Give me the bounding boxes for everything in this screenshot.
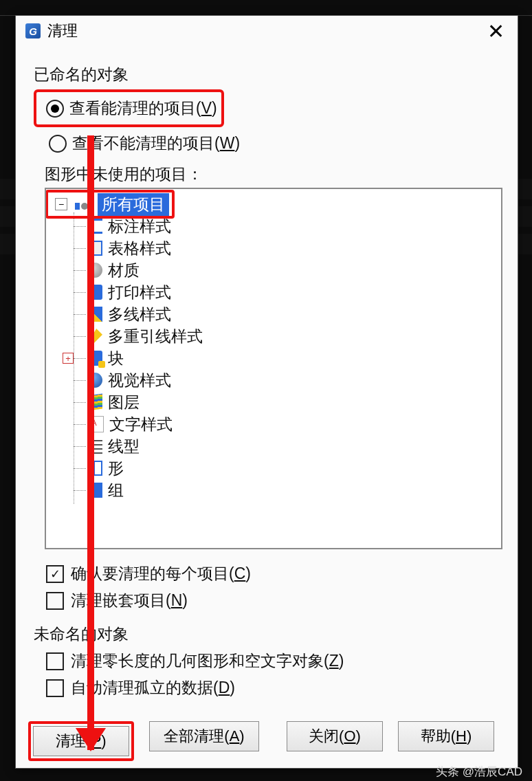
tree-item-label: 线型	[108, 436, 140, 457]
checkbox-confirm-each[interactable]: ✓ 确认要清理的每个项目(C)	[46, 563, 504, 584]
tree-item[interactable]: +块	[87, 347, 501, 369]
tree-view[interactable]: − 所有项目 标注样式表格样式材质打印样式多线样式多重引线样式+块视觉样式图层文…	[45, 188, 502, 549]
tree-root-item[interactable]: 所有项目	[98, 193, 169, 216]
app-logo-icon: G	[25, 23, 41, 38]
tree-item-label: 图层	[108, 392, 140, 413]
collapse-icon[interactable]: −	[55, 198, 67, 210]
tree-item[interactable]: 多重引线样式	[87, 325, 501, 347]
tree-item[interactable]: 线型	[87, 435, 501, 457]
checkbox-icon	[46, 652, 64, 670]
checkbox-label: 确认要清理的每个项目(C)	[71, 563, 251, 584]
close-icon[interactable]: ✕	[483, 19, 508, 43]
checkbox-icon: ✓	[46, 565, 64, 583]
radio-label: 查看不能清理的项目(W)	[72, 133, 240, 154]
radio-view-purgeable[interactable]: 查看能清理的项目(V)	[42, 95, 221, 122]
highlight-radio: 查看能清理的项目(V)	[34, 89, 224, 127]
unnamed-objects-label: 未命名的对象	[34, 624, 504, 645]
checkbox-zero-length[interactable]: 清理零长度的几何图形和空文字对象(Z)	[46, 650, 504, 672]
tree-item[interactable]: 标注样式	[87, 215, 501, 237]
tree-item[interactable]: 形	[87, 457, 501, 479]
checkbox-label: 自动清理孤立的数据(D)	[71, 677, 235, 698]
checkbox-icon	[46, 679, 64, 697]
titlebar: G 清理 ✕	[16, 16, 518, 46]
tree-item[interactable]: 组	[87, 479, 501, 501]
checkbox-nested[interactable]: 清理嵌套项目(N)	[46, 590, 504, 611]
tree-item-label: 多重引线样式	[108, 326, 203, 347]
radio-icon	[49, 135, 67, 153]
dialog-title: 清理	[47, 21, 78, 41]
annotation-arrow	[87, 135, 94, 750]
tree-item-label: 表格样式	[108, 238, 171, 259]
tree-item-label: 形	[108, 458, 124, 479]
tree-item-label: 材质	[108, 260, 140, 281]
tree-item-label: 多线样式	[108, 304, 171, 325]
tree-item[interactable]: 材质	[87, 259, 501, 281]
unused-items-label: 图形中未使用的项目：	[45, 164, 504, 185]
tree-item[interactable]: 表格样式	[87, 237, 501, 259]
checkbox-label: 清理零长度的几何图形和空文字对象(Z)	[71, 650, 344, 672]
radio-view-not-purgeable[interactable]: 查看不能清理的项目(W)	[45, 130, 504, 157]
highlight-root: − 所有项目	[45, 190, 175, 219]
expand-icon[interactable]: +	[63, 353, 74, 364]
tree-item-label: 打印样式	[108, 282, 171, 303]
tree-item[interactable]: 图层	[87, 391, 501, 413]
close-button[interactable]: 关闭(O)	[287, 721, 383, 751]
svg-rect-0	[75, 203, 80, 210]
watermark: 头条 @浩辰CAD	[436, 764, 522, 780]
tree-item-label: 组	[108, 480, 124, 501]
tree-item[interactable]: 多线样式	[87, 303, 501, 325]
radio-label: 查看能清理的项目(V)	[69, 98, 217, 119]
tree-item-label: 块	[108, 348, 124, 369]
named-objects-label: 已命名的对象	[34, 64, 504, 85]
radio-icon	[46, 100, 64, 118]
checkbox-orphan-data[interactable]: 自动清理孤立的数据(D)	[46, 677, 504, 698]
purge-all-button[interactable]: 全部清理(A)	[149, 721, 259, 751]
tree-item-label: 标注样式	[108, 216, 171, 237]
tree-item-label: 文字样式	[109, 414, 173, 435]
tree-item-label: 视觉样式	[108, 370, 171, 391]
checkbox-icon	[46, 592, 64, 610]
tree-item[interactable]: 打印样式	[87, 281, 501, 303]
purge-dialog: G 清理 ✕ 已命名的对象 查看能清理的项目(V) 查看不能清理的项目(W) 图…	[15, 15, 518, 769]
tree-item[interactable]: 视觉样式	[87, 369, 501, 391]
help-button[interactable]: 帮助(H)	[398, 721, 494, 751]
tree-item[interactable]: 文字样式	[87, 413, 501, 435]
